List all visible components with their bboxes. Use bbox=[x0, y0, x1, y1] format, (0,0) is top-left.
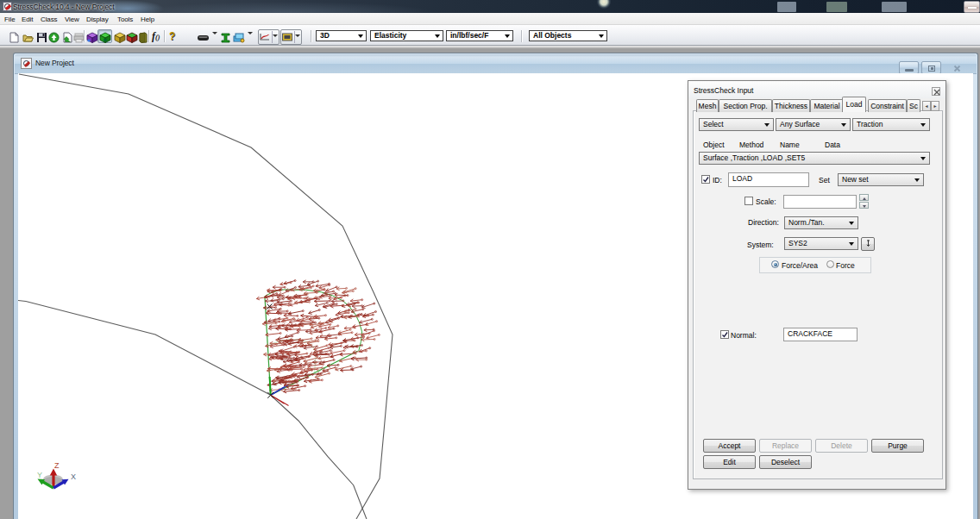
svg-text:X: X bbox=[71, 472, 76, 481]
svg-text:Z: Z bbox=[54, 461, 60, 470]
svg-text:Y: Y bbox=[37, 471, 42, 479]
